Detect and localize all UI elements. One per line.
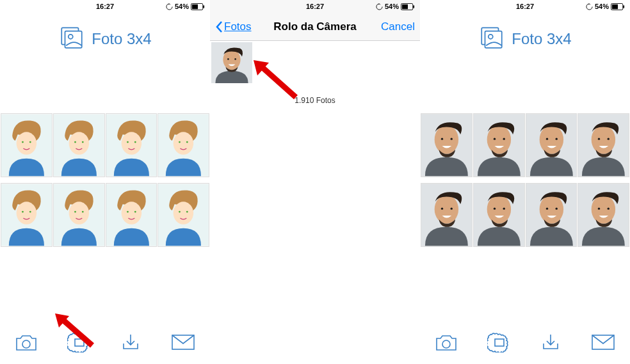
svg-point-13 bbox=[82, 141, 84, 143]
battery-icon bbox=[191, 3, 205, 10]
svg-rect-39 bbox=[75, 339, 84, 346]
screen-right: 16:27 54% Foto 3x4 bbox=[420, 0, 630, 364]
svg-point-19 bbox=[174, 132, 194, 154]
svg-point-71 bbox=[435, 195, 458, 224]
svg-point-36 bbox=[179, 211, 181, 213]
svg-point-17 bbox=[134, 141, 136, 143]
status-sync-icon bbox=[166, 3, 173, 10]
grid-cell bbox=[54, 184, 104, 246]
grid-cell bbox=[1, 114, 52, 177]
app-title: Foto 3x4 bbox=[512, 30, 571, 48]
grid-cell bbox=[578, 114, 629, 177]
svg-point-61 bbox=[503, 138, 505, 139]
status-sync-icon bbox=[586, 3, 593, 10]
svg-rect-50 bbox=[623, 5, 624, 8]
tab-camera[interactable] bbox=[14, 332, 38, 355]
svg-point-84 bbox=[598, 207, 600, 209]
svg-point-77 bbox=[503, 207, 505, 209]
grid-cell bbox=[1, 184, 52, 246]
svg-point-63 bbox=[539, 125, 563, 154]
svg-rect-42 bbox=[402, 4, 408, 8]
svg-point-81 bbox=[555, 207, 557, 209]
svg-point-75 bbox=[487, 195, 510, 224]
tab-download[interactable] bbox=[540, 332, 561, 355]
status-sync-icon bbox=[376, 3, 383, 10]
battery-icon bbox=[401, 3, 415, 10]
svg-point-23 bbox=[17, 202, 37, 224]
picker-thumbnail[interactable] bbox=[211, 42, 252, 83]
svg-point-20 bbox=[179, 141, 181, 143]
svg-point-65 bbox=[555, 138, 557, 139]
svg-point-38 bbox=[22, 340, 30, 348]
svg-point-47 bbox=[234, 58, 236, 60]
svg-point-83 bbox=[592, 195, 615, 224]
app-title: Foto 3x4 bbox=[92, 30, 151, 48]
grid-cell bbox=[474, 114, 524, 177]
svg-point-35 bbox=[174, 202, 194, 224]
tab-gallery[interactable] bbox=[487, 332, 512, 355]
status-bar: 16:27 54% bbox=[0, 0, 210, 13]
svg-point-33 bbox=[134, 211, 136, 213]
tab-camera[interactable] bbox=[434, 332, 458, 355]
svg-point-73 bbox=[451, 207, 453, 209]
grid-cell bbox=[526, 184, 577, 246]
svg-point-31 bbox=[121, 202, 141, 224]
svg-point-64 bbox=[545, 138, 547, 139]
svg-rect-43 bbox=[413, 5, 414, 8]
tab-share[interactable] bbox=[170, 333, 196, 354]
svg-point-15 bbox=[121, 132, 141, 154]
svg-point-56 bbox=[441, 138, 443, 139]
svg-rect-1 bbox=[192, 4, 198, 8]
svg-point-57 bbox=[451, 138, 453, 139]
nav-bar: Fotos Rolo da Câmera Cancel bbox=[210, 13, 420, 41]
app-header: Foto 3x4 bbox=[0, 13, 210, 65]
app-header: Foto 3x4 bbox=[420, 13, 630, 65]
status-bar: 16:27 54% bbox=[210, 0, 420, 13]
svg-point-69 bbox=[608, 138, 610, 139]
svg-point-25 bbox=[29, 211, 31, 213]
svg-point-24 bbox=[22, 211, 24, 213]
grid-cell bbox=[106, 184, 157, 246]
tabbar bbox=[420, 328, 630, 359]
tab-download[interactable] bbox=[120, 332, 141, 355]
svg-point-55 bbox=[435, 125, 458, 154]
grid-cell bbox=[578, 184, 629, 246]
grid-cell bbox=[106, 114, 157, 177]
nav-back-button[interactable]: Fotos bbox=[215, 20, 252, 33]
svg-point-9 bbox=[29, 141, 31, 143]
nav-back-label: Fotos bbox=[224, 20, 252, 33]
nav-title: Rolo da Câmera bbox=[273, 20, 356, 33]
svg-point-37 bbox=[186, 211, 188, 213]
photo-stack-icon bbox=[478, 24, 505, 54]
status-battery-pct: 54% bbox=[595, 3, 609, 10]
svg-point-7 bbox=[17, 132, 37, 154]
status-battery-pct: 54% bbox=[385, 3, 399, 10]
photo-stack-icon bbox=[58, 24, 85, 54]
nav-cancel-button[interactable]: Cancel bbox=[381, 20, 415, 33]
status-time: 16:27 bbox=[516, 3, 534, 10]
svg-point-79 bbox=[539, 195, 563, 224]
svg-point-59 bbox=[487, 125, 510, 154]
tab-gallery[interactable] bbox=[67, 332, 92, 355]
svg-point-86 bbox=[442, 340, 450, 348]
svg-point-12 bbox=[74, 141, 76, 143]
svg-point-46 bbox=[227, 58, 229, 60]
svg-point-60 bbox=[494, 138, 496, 139]
svg-point-8 bbox=[22, 141, 24, 143]
photo-count: 1.910 Fotos bbox=[210, 96, 420, 105]
grid-cell bbox=[474, 184, 524, 246]
photo-grid bbox=[420, 112, 630, 248]
chevron-left-icon bbox=[215, 20, 223, 33]
svg-point-76 bbox=[494, 207, 496, 209]
svg-point-29 bbox=[82, 211, 84, 213]
battery-icon bbox=[611, 3, 625, 10]
grid-cell bbox=[421, 114, 472, 177]
screen-middle: 16:27 54% Fotos Rolo da Câmera Cancel 1.… bbox=[210, 0, 420, 364]
svg-point-80 bbox=[545, 207, 547, 209]
status-time: 16:27 bbox=[96, 3, 114, 10]
status-battery-pct: 54% bbox=[175, 3, 189, 10]
tab-share[interactable] bbox=[590, 333, 616, 354]
status-bar: 16:27 54% bbox=[420, 0, 630, 13]
photo-grid bbox=[0, 112, 210, 248]
svg-point-85 bbox=[608, 207, 610, 209]
